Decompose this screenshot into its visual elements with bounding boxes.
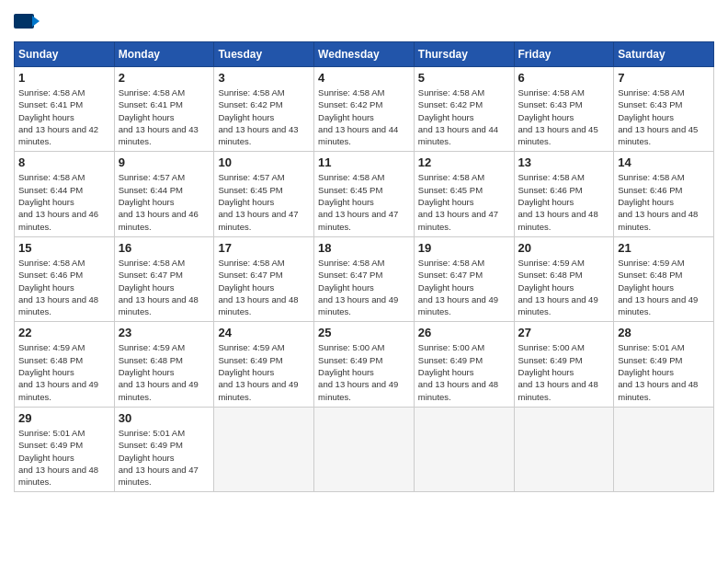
calendar-day-cell: 15Sunrise: 4:58 AMSunset: 6:46 PMDayligh… <box>15 236 115 321</box>
day-number: 1 <box>18 71 110 85</box>
calendar-day-cell: 26Sunrise: 5:00 AMSunset: 6:49 PMDayligh… <box>414 322 514 407</box>
day-info: Sunrise: 4:59 AMSunset: 6:48 PMDaylight … <box>618 257 710 317</box>
calendar-day-cell: 24Sunrise: 4:59 AMSunset: 6:49 PMDayligh… <box>214 322 314 407</box>
calendar-day-cell: 3Sunrise: 4:58 AMSunset: 6:42 PMDaylight… <box>214 67 314 152</box>
weekday-header: Thursday <box>414 42 514 67</box>
day-number: 29 <box>18 411 110 425</box>
day-number: 7 <box>618 71 710 85</box>
day-number: 16 <box>119 241 210 255</box>
calendar-body: 1Sunrise: 4:58 AMSunset: 6:41 PMDaylight… <box>15 67 714 492</box>
calendar-day-cell: 28Sunrise: 5:01 AMSunset: 6:49 PMDayligh… <box>614 322 714 407</box>
day-info: Sunrise: 4:58 AMSunset: 6:45 PMDaylight … <box>418 171 510 232</box>
day-number: 26 <box>418 326 510 339</box>
day-info: Sunrise: 4:58 AMSunset: 6:45 PMDaylight … <box>318 171 410 232</box>
day-info: Sunrise: 4:58 AMSunset: 6:44 PMDaylight … <box>18 171 110 232</box>
calendar-day-cell: 27Sunrise: 5:00 AMSunset: 6:49 PMDayligh… <box>514 322 614 407</box>
day-info: Sunrise: 5:01 AMSunset: 6:49 PMDaylight … <box>119 427 210 488</box>
day-number: 30 <box>119 411 210 425</box>
day-info: Sunrise: 5:01 AMSunset: 6:49 PMDaylight … <box>618 341 710 402</box>
day-info: Sunrise: 4:58 AMSunset: 6:43 PMDaylight … <box>618 86 710 147</box>
day-info: Sunrise: 4:59 AMSunset: 6:48 PMDaylight … <box>119 341 210 402</box>
calendar-day-cell <box>314 407 415 491</box>
day-info: Sunrise: 5:01 AMSunset: 6:49 PMDaylight … <box>18 427 110 488</box>
calendar-week-row: 1Sunrise: 4:58 AMSunset: 6:41 PMDaylight… <box>15 67 714 152</box>
day-number: 21 <box>618 241 710 255</box>
day-info: Sunrise: 4:58 AMSunset: 6:41 PMDaylight … <box>18 86 110 147</box>
day-info: Sunrise: 4:58 AMSunset: 6:46 PMDaylight … <box>18 257 110 317</box>
calendar-week-row: 22Sunrise: 4:59 AMSunset: 6:48 PMDayligh… <box>15 322 714 407</box>
day-number: 8 <box>18 155 110 169</box>
weekday-header: Saturday <box>614 42 714 67</box>
calendar-day-cell: 16Sunrise: 4:58 AMSunset: 6:47 PMDayligh… <box>114 236 214 321</box>
calendar-table: SundayMondayTuesdayWednesdayThursdayFrid… <box>14 41 714 492</box>
day-info: Sunrise: 5:00 AMSunset: 6:49 PMDaylight … <box>318 341 410 402</box>
weekday-header: Sunday <box>15 42 115 67</box>
calendar-day-cell: 20Sunrise: 4:59 AMSunset: 6:48 PMDayligh… <box>514 236 614 321</box>
day-number: 6 <box>518 71 610 85</box>
day-number: 4 <box>318 71 410 85</box>
day-number: 25 <box>318 326 410 339</box>
day-number: 23 <box>119 326 210 339</box>
calendar-day-cell: 8Sunrise: 4:58 AMSunset: 6:44 PMDaylight… <box>15 152 115 236</box>
weekday-header: Tuesday <box>214 42 314 67</box>
day-number: 12 <box>418 155 510 169</box>
calendar-day-cell <box>414 407 514 491</box>
day-info: Sunrise: 4:57 AMSunset: 6:44 PMDaylight … <box>119 171 210 232</box>
day-info: Sunrise: 4:58 AMSunset: 6:42 PMDaylight … <box>218 86 310 147</box>
day-info: Sunrise: 4:58 AMSunset: 6:42 PMDaylight … <box>318 86 410 147</box>
calendar-day-cell: 17Sunrise: 4:58 AMSunset: 6:47 PMDayligh… <box>214 236 314 321</box>
calendar-day-cell <box>214 407 314 491</box>
calendar-day-cell: 21Sunrise: 4:59 AMSunset: 6:48 PMDayligh… <box>614 236 714 321</box>
calendar-day-cell: 1Sunrise: 4:58 AMSunset: 6:41 PMDaylight… <box>15 67 115 152</box>
calendar-day-cell: 22Sunrise: 4:59 AMSunset: 6:48 PMDayligh… <box>15 322 115 407</box>
day-info: Sunrise: 5:00 AMSunset: 6:49 PMDaylight … <box>418 341 510 402</box>
calendar-day-cell: 4Sunrise: 4:58 AMSunset: 6:42 PMDaylight… <box>314 67 415 152</box>
calendar-week-row: 8Sunrise: 4:58 AMSunset: 6:44 PMDaylight… <box>15 152 714 236</box>
day-number: 5 <box>418 71 510 85</box>
day-number: 9 <box>119 155 210 169</box>
calendar-day-cell: 11Sunrise: 4:58 AMSunset: 6:45 PMDayligh… <box>314 152 415 236</box>
day-info: Sunrise: 4:58 AMSunset: 6:41 PMDaylight … <box>119 86 210 147</box>
day-number: 18 <box>318 241 410 255</box>
day-info: Sunrise: 5:00 AMSunset: 6:49 PMDaylight … <box>518 341 610 402</box>
day-number: 15 <box>18 241 110 255</box>
day-info: Sunrise: 4:58 AMSunset: 6:46 PMDaylight … <box>518 171 610 232</box>
day-info: Sunrise: 4:58 AMSunset: 6:46 PMDaylight … <box>618 171 710 232</box>
calendar-day-cell <box>514 407 614 491</box>
calendar-day-cell: 25Sunrise: 5:00 AMSunset: 6:49 PMDayligh… <box>314 322 415 407</box>
day-info: Sunrise: 4:58 AMSunset: 6:47 PMDaylight … <box>318 257 410 317</box>
day-number: 28 <box>618 326 710 339</box>
calendar-day-cell: 19Sunrise: 4:58 AMSunset: 6:47 PMDayligh… <box>414 236 514 321</box>
calendar-day-cell: 6Sunrise: 4:58 AMSunset: 6:43 PMDaylight… <box>514 67 614 152</box>
logo-icon <box>14 14 40 32</box>
weekday-header: Monday <box>114 42 214 67</box>
weekday-header: Friday <box>514 42 614 67</box>
calendar-day-cell: 7Sunrise: 4:58 AMSunset: 6:43 PMDaylight… <box>614 67 714 152</box>
day-info: Sunrise: 4:57 AMSunset: 6:45 PMDaylight … <box>218 171 310 232</box>
day-info: Sunrise: 4:59 AMSunset: 6:48 PMDaylight … <box>518 257 610 317</box>
day-number: 22 <box>18 326 110 339</box>
svg-marker-1 <box>32 16 40 27</box>
calendar-day-cell: 12Sunrise: 4:58 AMSunset: 6:45 PMDayligh… <box>414 152 514 236</box>
calendar-day-cell: 10Sunrise: 4:57 AMSunset: 6:45 PMDayligh… <box>214 152 314 236</box>
day-number: 13 <box>518 155 610 169</box>
day-info: Sunrise: 4:59 AMSunset: 6:49 PMDaylight … <box>218 341 310 402</box>
day-number: 11 <box>318 155 410 169</box>
calendar-day-cell: 2Sunrise: 4:58 AMSunset: 6:41 PMDaylight… <box>114 67 214 152</box>
calendar-day-cell: 18Sunrise: 4:58 AMSunset: 6:47 PMDayligh… <box>314 236 415 321</box>
day-number: 27 <box>518 326 610 339</box>
calendar-day-cell: 13Sunrise: 4:58 AMSunset: 6:46 PMDayligh… <box>514 152 614 236</box>
day-number: 17 <box>218 241 310 255</box>
calendar-day-cell: 9Sunrise: 4:57 AMSunset: 6:44 PMDaylight… <box>114 152 214 236</box>
day-number: 10 <box>218 155 310 169</box>
day-number: 3 <box>218 71 310 85</box>
calendar-week-row: 15Sunrise: 4:58 AMSunset: 6:46 PMDayligh… <box>15 236 714 321</box>
header <box>14 14 714 32</box>
calendar-header-row: SundayMondayTuesdayWednesdayThursdayFrid… <box>15 42 714 67</box>
weekday-header: Wednesday <box>314 42 415 67</box>
day-number: 24 <box>218 326 310 339</box>
day-number: 2 <box>119 71 210 85</box>
logo <box>14 14 43 32</box>
calendar-day-cell: 23Sunrise: 4:59 AMSunset: 6:48 PMDayligh… <box>114 322 214 407</box>
day-info: Sunrise: 4:58 AMSunset: 6:43 PMDaylight … <box>518 86 610 147</box>
